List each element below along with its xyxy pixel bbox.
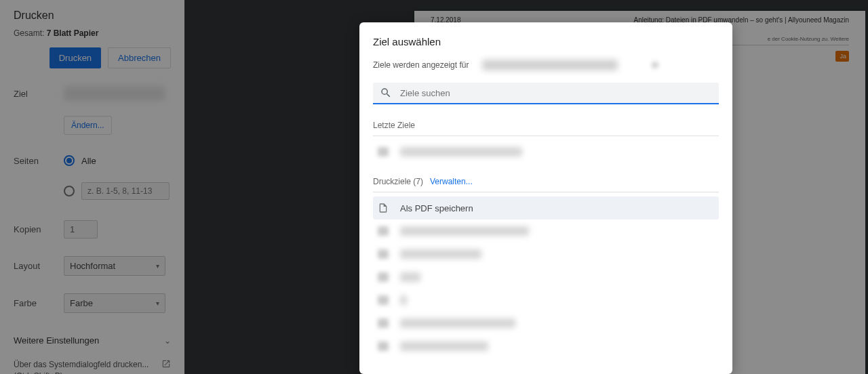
printer-icon: [378, 341, 389, 351]
pages-all-text: Alle: [81, 156, 96, 166]
destination-item[interactable]: [373, 289, 719, 312]
destination-current: [64, 86, 165, 101]
print-destinations-label: Druckziele (7): [373, 177, 423, 186]
pages-range-radio[interactable]: [64, 186, 75, 196]
destination-label: Ziel: [14, 89, 64, 99]
account-dropdown-icon[interactable]: [652, 62, 658, 68]
change-destination-button[interactable]: Ändern...: [64, 116, 112, 135]
color-label: Farbe: [14, 298, 64, 308]
chevron-down-icon: ⌄: [164, 336, 171, 346]
printer-icon: [378, 226, 389, 236]
printer-icon: [378, 295, 389, 305]
print-button[interactable]: Drucken: [50, 47, 101, 68]
pdf-icon: [377, 202, 389, 214]
modal-title: Ziel auswählen: [373, 36, 719, 47]
recent-destinations-label: Letzte Ziele: [373, 118, 719, 136]
destination-item[interactable]: [373, 312, 719, 335]
destination-modal: Ziel auswählen Ziele werden angezeigt fü…: [359, 22, 732, 374]
shown-for-label: Ziele werden angezeigt für: [373, 60, 469, 70]
copies-input[interactable]: [64, 220, 98, 238]
save-as-pdf-label: Als PDF speichern: [400, 203, 473, 213]
color-select[interactable]: Farbe: [64, 293, 165, 313]
copies-label: Kopien: [14, 224, 64, 234]
print-sidebar: Drucken Gesamt: 7 Blatt Papier Drucken A…: [0, 0, 184, 374]
search-icon: [380, 87, 392, 99]
cancel-button[interactable]: Abbrechen: [108, 47, 171, 68]
account-email-blurred: [482, 60, 618, 70]
destination-item[interactable]: [373, 220, 719, 243]
destination-search[interactable]: [373, 83, 719, 104]
total-sheets: Gesamt: 7 Blatt Papier: [0, 28, 184, 47]
recent-destination-item[interactable]: [373, 140, 719, 163]
preview-ja-button: Ja: [835, 51, 849, 62]
layout-select[interactable]: Hochformat: [64, 256, 165, 276]
pages-label: Seiten: [14, 156, 64, 166]
printer-icon: [378, 147, 389, 157]
destination-item[interactable]: [373, 243, 719, 266]
system-dialog-link[interactable]: Über das Systemdialogfeld drucken... (Ct…: [0, 352, 184, 374]
destination-item[interactable]: [373, 266, 719, 289]
layout-label: Layout: [14, 261, 64, 271]
manage-link[interactable]: Verwalten...: [430, 177, 473, 186]
more-settings-toggle[interactable]: Weitere Einstellungen ⌄: [0, 328, 184, 352]
destination-item[interactable]: [373, 335, 719, 358]
save-as-pdf-option[interactable]: Als PDF speichern: [373, 196, 719, 220]
destination-search-input[interactable]: [400, 88, 712, 98]
external-icon: [161, 359, 171, 373]
sidebar-title: Drucken: [0, 9, 184, 28]
pages-all-radio[interactable]: [64, 155, 75, 166]
pages-range-input[interactable]: [81, 182, 170, 200]
printer-icon: [378, 272, 389, 282]
printer-icon: [378, 318, 389, 328]
printer-icon: [378, 249, 389, 259]
